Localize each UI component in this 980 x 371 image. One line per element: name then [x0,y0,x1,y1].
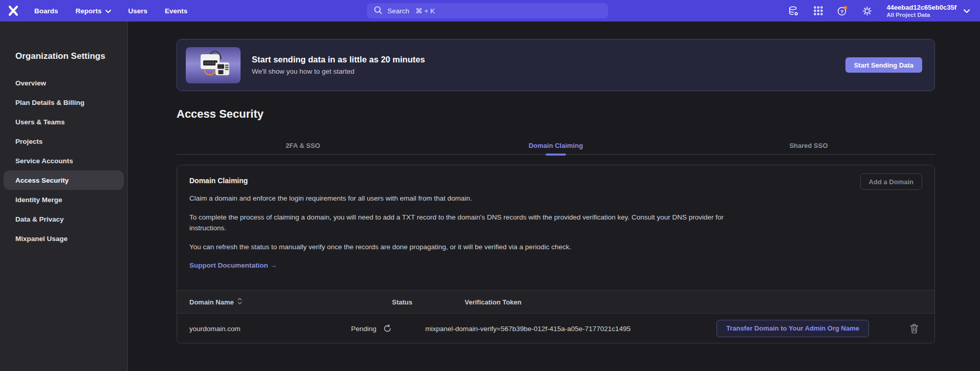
column-header-status: Status [392,291,412,314]
search-input[interactable]: Search ⌘ + K [367,3,608,18]
apps-grid-icon[interactable] [813,6,823,16]
sort-icon[interactable] [237,291,242,314]
column-header-verification-token: Verification Token [465,291,521,314]
devices-illustration [186,47,241,83]
top-nav-bar: Boards Reports Users Events Search ⌘ + K [0,0,980,21]
tab-shared-sso[interactable]: Shared SSO [682,137,935,154]
domain-name-cell: yourdomain.com [189,314,241,343]
account-menu[interactable]: 44eebad12c65eb0c35f All Project Data [886,4,970,18]
refresh-status-icon[interactable] [383,324,391,333]
delete-domain-trash-icon[interactable] [910,323,919,333]
sidebar-item-data-privacy[interactable]: Data & Privacy [0,209,127,229]
settings-gear-icon[interactable] [862,6,873,16]
app-window: Boards Reports Users Events Search ⌘ + K [0,0,980,371]
sidebar-item-plan-details-billing[interactable]: Plan Details & Billing [0,93,127,112]
search-shortcut-hint: ⌘ + K [416,7,435,15]
nav-link-reports[interactable]: Reports [76,7,111,15]
domains-table-header: Domain Name Status Verification Token [177,290,934,313]
status-text: Pending [351,325,377,333]
banner-subtitle: We'll show you how to get started [252,68,425,75]
card-body: Domain Claiming Add a Domain Claim a dom… [177,165,934,280]
page-title: Access Security [177,107,264,121]
chevron-down-icon [964,6,970,15]
start-sending-data-button[interactable]: Start Sending Data [845,57,922,73]
domain-table-row: yourdomain.com Pending mixpanel-domain-v… [177,313,934,343]
mixpanel-logo-icon[interactable] [8,5,19,16]
add-domain-button[interactable]: Add a Domain [860,173,922,190]
sidebar-item-overview[interactable]: Overview [0,73,127,93]
nav-links: Boards Reports Users Events [34,7,187,15]
sidebar-item-identity-merge[interactable]: Identity Merge [0,190,127,209]
txt-record-instructions-text: To complete the process of claiming a do… [189,212,745,233]
nav-link-users[interactable]: Users [128,7,148,15]
domain-claiming-card: Domain Claiming Add a Domain Claim a dom… [177,165,935,343]
search-icon [374,6,382,16]
org-settings-sidebar: Organization Settings Overview Plan Deta… [0,21,128,371]
transfer-domain-button[interactable]: Transfer Domain to Your Admin Org Name [716,320,869,337]
claim-description-text: Claim a domain and enforce the login req… [189,193,745,204]
sidebar-item-projects[interactable]: Projects [0,132,127,151]
sidebar-item-users-teams[interactable]: Users & Teams [0,112,127,132]
support-documentation-link[interactable]: Support Documentation → [189,261,277,269]
sidebar-nav-list: Overview Plan Details & Billing Users & … [0,73,127,248]
access-security-tabs: 2FA & SSO Domain Claiming Shared SSO [177,137,935,155]
tab-2fa-sso[interactable]: 2FA & SSO [177,137,429,154]
search-placeholder: Search [387,7,409,15]
sidebar-item-access-security[interactable]: Access Security [4,170,124,190]
banner-text: Start sending data in as little as 20 mi… [252,55,425,75]
card-title: Domain Claiming [189,177,922,185]
data-settings-icon[interactable] [788,6,799,16]
org-id-label: 44eebad12c65eb0c35f [886,4,956,11]
status-cell: Pending [351,314,391,343]
svg-text:?: ? [841,9,844,14]
banner-title: Start sending data in as little as 20 mi… [252,55,425,64]
onboarding-banner: Start sending data in as little as 20 mi… [177,39,935,91]
verification-token-cell: mixpanel-domain-verify=567b39be-012f-415… [425,314,630,343]
column-header-domain-name[interactable]: Domain Name [189,291,242,314]
help-icon[interactable]: ? [837,6,848,16]
nav-right-cluster: ? 44eebad12c65eb0c35f All Project Data [788,0,970,21]
chevron-down-icon [105,7,111,15]
sidebar-item-service-accounts[interactable]: Service Accounts [0,151,127,170]
sidebar-title: Organization Settings [15,51,127,61]
refresh-status-text: You can refresh the status to manually v… [189,242,745,252]
sidebar-item-mixpanel-usage[interactable]: Mixpanel Usage [0,229,127,248]
project-label: All Project Data [886,11,956,18]
tab-domain-claiming[interactable]: Domain Claiming [429,137,682,154]
nav-link-boards[interactable]: Boards [34,7,58,15]
nav-link-events[interactable]: Events [165,7,187,15]
